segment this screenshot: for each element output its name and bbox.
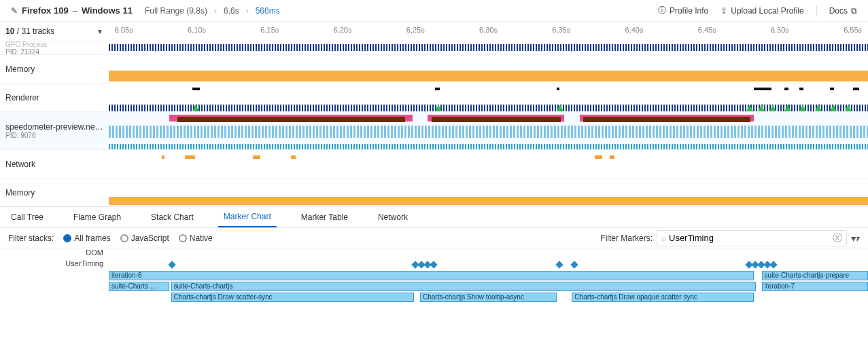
marker-row-content[interactable]: Charts-chartjs Draw scatter-sync Charts-… <box>109 292 868 303</box>
profile-title[interactable]: ✎ Firefox 109 – Windows 11 <box>11 5 133 16</box>
track-content[interactable] <box>109 179 868 206</box>
marker-bar[interactable]: suite-Charts-chartjs <box>171 282 756 291</box>
track-row-network[interactable]: Network <box>0 149 868 178</box>
marker-bar[interactable]: Charts-chartjs Draw opaque scatter sync <box>572 293 754 302</box>
marker-bar[interactable]: Charts-chartjs Draw scatter-sync <box>171 293 414 302</box>
breadcrumb-full-range[interactable]: Full Range (9,8s) <box>145 6 207 16</box>
track-label: Network <box>0 150 109 178</box>
time-tick: 6,10s <box>188 26 206 34</box>
title-sep: – <box>73 5 77 16</box>
clear-icon[interactable]: ⓧ <box>833 232 842 244</box>
header-right: ⓘ Profile Info ⇪ Upload Local Profile Do… <box>658 5 857 16</box>
track-row-memory-2[interactable]: Memory <box>0 178 868 206</box>
tracks-count-dropdown[interactable]: 10 / 31 tracks ▼ <box>0 25 109 37</box>
breadcrumb-mid[interactable]: 6,6s <box>224 6 239 16</box>
marker-row-content[interactable]: iteration-6 suite-Charts-chartjs-prepare <box>109 270 868 281</box>
tab-flame-graph[interactable]: Flame Graph <box>68 208 126 227</box>
marker-dash <box>799 88 803 90</box>
timeline-stripe <box>109 144 868 149</box>
marker-row[interactable]: iteration-6 suite-Charts-chartjs-prepare <box>0 270 868 281</box>
track-row-speedometer[interactable]: speedometer-preview.ne… PID: 9076 <box>0 111 868 149</box>
upload-icon: ⇪ <box>721 6 727 16</box>
track-area: GPO Process PID: 21324 Memory Renderer s… <box>0 41 868 206</box>
marker-group-usertiming[interactable]: UserTiming <box>0 259 868 270</box>
track-content[interactable] <box>109 55 868 83</box>
track-row-renderer[interactable]: Renderer <box>0 83 868 111</box>
marker-row-content[interactable]: suite-Charts … suite-Charts-chartjs iter… <box>109 281 868 292</box>
screenshot-marker-icon <box>557 105 563 111</box>
marker-bar <box>432 117 561 122</box>
time-tick: 6,35s <box>552 26 570 34</box>
radio-native[interactable]: Native <box>179 233 213 243</box>
screenshot-marker-icon <box>845 105 852 111</box>
timeline-stripe <box>109 44 868 51</box>
screenshot-marker-icon <box>435 105 442 111</box>
filter-stacks-label: Filter stacks: <box>8 233 54 243</box>
track-content[interactable] <box>109 150 868 178</box>
tab-call-tree[interactable]: Call Tree <box>5 208 49 227</box>
usertiming-marker-icon[interactable] <box>769 261 777 268</box>
marker-row-content[interactable] <box>109 259 868 270</box>
marker-dash <box>557 88 559 90</box>
radio-javascript[interactable]: JavaScript <box>120 233 169 243</box>
time-tick: 6,55s <box>844 26 862 34</box>
track-content[interactable] <box>109 41 868 54</box>
marker-dash <box>765 88 771 90</box>
tab-stack-chart[interactable]: Stack Chart <box>145 208 199 227</box>
marker-row-content[interactable] <box>109 248 868 259</box>
time-axis[interactable]: 6,05s6,10s6,15s6,20s6,25s6,30s6,35s6,40s… <box>109 22 868 41</box>
network-marker <box>291 155 296 159</box>
chevron-right-icon: › <box>214 6 217 16</box>
filter-markers-input-wrap[interactable]: ⌕ ⓧ <box>657 230 847 246</box>
chevron-right-icon: › <box>246 6 249 16</box>
marker-row[interactable]: Charts-chartjs Draw scatter-sync Charts-… <box>0 292 868 303</box>
breadcrumb: Full Range (9,8s) › 6,6s › 566ms <box>145 6 280 16</box>
usertiming-marker-icon[interactable] <box>430 261 437 268</box>
usertiming-marker-icon[interactable] <box>555 261 563 268</box>
tab-marker-chart[interactable]: Marker Chart <box>218 207 277 227</box>
filter-markers-input[interactable] <box>669 233 833 243</box>
os-name: Windows 11 <box>82 5 133 16</box>
tab-network[interactable]: Network <box>372 208 413 227</box>
tab-marker-table[interactable]: Marker Table <box>296 208 353 227</box>
marker-dash <box>435 88 440 90</box>
marker-dash <box>784 88 788 90</box>
filter-dropdown-icon[interactable]: ▾⧩ <box>851 233 860 244</box>
marker-chart: DOM UserTiming iteration-6 suite-Charts-… <box>0 248 868 303</box>
marker-bar[interactable]: iteration-7 <box>762 282 868 291</box>
marker-bar[interactable]: Charts-chartjs Show tooltip-async <box>420 293 557 302</box>
track-label: Memory <box>0 179 109 206</box>
time-tick: 6,45s <box>698 26 716 34</box>
screenshot-marker-icon <box>799 105 806 111</box>
marker-bar[interactable]: iteration-6 <box>109 271 754 280</box>
memory-area <box>109 191 868 205</box>
screenshot-marker-icon <box>746 105 753 111</box>
track-content[interactable] <box>109 112 868 149</box>
profile-info-button[interactable]: ⓘ Profile Info <box>658 5 708 16</box>
tracks-count-text: 10 / 31 tracks <box>5 26 54 36</box>
screenshot-marker-icon <box>769 105 776 111</box>
network-marker <box>610 155 614 159</box>
info-icon: ⓘ <box>658 5 666 16</box>
stacked-stripe <box>109 126 868 138</box>
marker-group-dom[interactable]: DOM <box>0 248 868 259</box>
track-label: GPO Process PID: 21324 <box>0 41 109 54</box>
marker-bar[interactable]: suite-Charts-chartjs-prepare <box>762 271 868 280</box>
marker-row[interactable]: suite-Charts … suite-Charts-chartjs iter… <box>0 281 868 292</box>
usertiming-marker-icon[interactable] <box>571 261 578 268</box>
track-row-memory[interactable]: Memory <box>0 54 868 83</box>
marker-bar[interactable]: suite-Charts … <box>109 282 169 291</box>
edit-icon: ✎ <box>11 6 18 16</box>
time-tick: 6,50s <box>771 26 789 34</box>
time-tick: 6,05s <box>115 26 133 34</box>
upload-profile-button[interactable]: ⇪ Upload Local Profile <box>721 6 803 16</box>
track-content[interactable] <box>109 83 868 111</box>
usertiming-marker-icon[interactable] <box>169 261 176 268</box>
chevron-down-icon: ▼ <box>97 28 103 35</box>
docs-link[interactable]: Docs ⧉ <box>829 6 857 16</box>
radio-all-frames[interactable]: All frames <box>63 233 110 243</box>
filter-radios: All framesJavaScriptNative <box>63 233 212 243</box>
track-row-gpu-truncated[interactable]: GPO Process PID: 21324 <box>0 41 868 54</box>
breadcrumb-leaf[interactable]: 566ms <box>256 6 280 16</box>
divider <box>816 5 817 16</box>
